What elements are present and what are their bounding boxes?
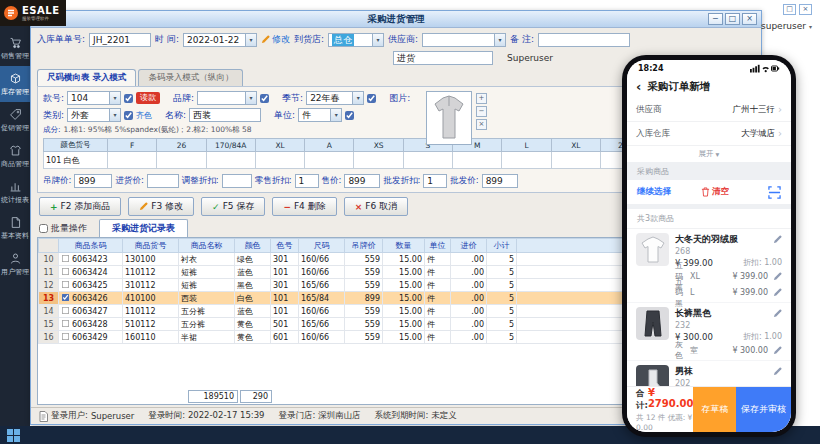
- order-no-input[interactable]: JH_2201: [89, 33, 151, 47]
- col-header-colorcode[interactable]: 色号: [271, 239, 299, 253]
- tab-purchase-records[interactable]: 采购进货记录表: [99, 219, 188, 237]
- edit-icon[interactable]: [773, 272, 782, 281]
- edit-icon[interactable]: [773, 309, 782, 318]
- order-type-input[interactable]: 进货: [393, 51, 493, 65]
- titlebar[interactable]: 采购进货管理 ─ □ ×: [31, 11, 761, 28]
- back-icon[interactable]: ‹: [636, 80, 641, 94]
- tab-size-matrix-mode[interactable]: 尺码横向表 录入模式: [37, 69, 136, 86]
- name-input[interactable]: 西装: [189, 108, 261, 122]
- supplier-select[interactable]: ▾: [422, 33, 506, 47]
- matrix-cell[interactable]: [157, 152, 206, 169]
- category-select[interactable]: 外套▾: [67, 108, 121, 122]
- col-header-color[interactable]: 颜色: [235, 239, 271, 253]
- read-style-button[interactable]: 读款: [136, 92, 160, 104]
- maximize-icon[interactable]: □: [725, 13, 740, 25]
- batch-operation-toggle[interactable]: 批量操作: [39, 222, 87, 237]
- save-button[interactable]: ✓F5 保存: [201, 197, 265, 216]
- season-select[interactable]: 22年春▾: [306, 91, 364, 105]
- add-image-icon[interactable]: +: [476, 93, 487, 104]
- store-select[interactable]: 总仓▾: [328, 33, 384, 47]
- date-input[interactable]: 2022-01-22▾: [183, 33, 257, 47]
- col-header-name[interactable]: 商品名称: [179, 239, 235, 253]
- clear-image-icon[interactable]: ×: [476, 119, 487, 130]
- tab-barcode-mode[interactable]: 条码录入模式（纵向）: [138, 69, 243, 86]
- col-header-price[interactable]: 进价: [451, 239, 487, 253]
- matrix-cell[interactable]: [255, 152, 304, 169]
- brand-checkbox[interactable]: [260, 94, 269, 103]
- full-color-link[interactable]: 齐色: [136, 110, 152, 121]
- sidebar-item-inventory[interactable]: 库存管理: [0, 66, 30, 102]
- variant-row[interactable]: 五码黑 XL ¥ 399.00: [636, 268, 782, 284]
- matrix-cell[interactable]: [453, 152, 502, 169]
- season-checkbox[interactable]: [367, 94, 376, 103]
- save-and-audit-button[interactable]: 保存并审核: [736, 387, 791, 432]
- brand-select[interactable]: ▾: [197, 91, 257, 105]
- edit-icon[interactable]: [773, 346, 782, 355]
- delete-button[interactable]: −F4 删除: [272, 197, 336, 216]
- style-checkbox[interactable]: [124, 94, 133, 103]
- category-checkbox[interactable]: [124, 111, 133, 120]
- tag-price-input[interactable]: 899: [74, 174, 112, 188]
- remove-image-icon[interactable]: −: [476, 106, 487, 117]
- close-icon[interactable]: ×: [742, 13, 757, 25]
- sidebar-item-users[interactable]: 用户管理: [0, 246, 30, 282]
- warehouse-field[interactable]: 入库仓库 大学城店 ›: [627, 122, 791, 146]
- batch-checkbox[interactable]: [39, 224, 48, 233]
- wholesale-discount-input[interactable]: 1: [423, 174, 447, 188]
- matrix-cell[interactable]: [354, 152, 403, 169]
- matrix-cell[interactable]: [108, 152, 157, 169]
- matrix-cell[interactable]: [206, 152, 255, 169]
- cancel-button[interactable]: ×F6 取消: [344, 197, 408, 216]
- col-header-tagprice[interactable]: 吊牌价: [345, 239, 383, 253]
- matrix-cell[interactable]: [403, 152, 452, 169]
- modify-button[interactable]: 修改: [261, 33, 290, 46]
- windows-start-icon[interactable]: [7, 429, 20, 442]
- add-item-button[interactable]: +F2 添加商品: [39, 197, 121, 216]
- col-header-size[interactable]: 尺码: [299, 239, 345, 253]
- unit-checkbox[interactable]: [345, 111, 354, 120]
- continue-select-button[interactable]: 继续选择: [637, 186, 671, 198]
- edit-item-button[interactable]: F3 修改: [128, 197, 194, 216]
- remark-input[interactable]: [538, 33, 630, 47]
- col-header-unit[interactable]: 单位: [425, 239, 451, 253]
- sidebar-item-promotion[interactable]: 促销管理: [0, 102, 30, 138]
- col-header-barcode[interactable]: 商品条码: [59, 239, 123, 253]
- row-checkbox[interactable]: [62, 255, 70, 263]
- user-menu[interactable]: superuser ▾: [761, 21, 812, 31]
- retail-discount-input[interactable]: 1: [295, 174, 319, 188]
- col-header-subtotal[interactable]: 小计: [487, 239, 517, 253]
- sidebar-item-statistics[interactable]: 统计报表: [0, 174, 30, 210]
- variant-row[interactable]: 五码黑 L ¥ 399.00: [636, 284, 782, 300]
- clear-button[interactable]: 清空: [701, 186, 729, 198]
- buy-price-input[interactable]: [147, 174, 179, 188]
- edit-icon[interactable]: [773, 288, 782, 297]
- wholesale-price-input[interactable]: 899: [482, 174, 518, 188]
- row-checkbox[interactable]: [62, 294, 70, 302]
- list-item[interactable]: 长裤黑色 232 ¥ 300.00折扣: 1.00 灰色 室 ¥ 300.00: [627, 303, 791, 361]
- matrix-cell[interactable]: [305, 152, 354, 169]
- col-header-qty[interactable]: 数量: [383, 239, 425, 253]
- retail-price-input[interactable]: 899: [344, 174, 380, 188]
- save-draft-button[interactable]: 存草稿: [693, 387, 736, 432]
- supplier-field[interactable]: 供应商 广州十三行 ›: [627, 98, 791, 122]
- unit-select[interactable]: 件▾: [298, 108, 342, 122]
- matrix-cell[interactable]: [551, 152, 600, 169]
- row-checkbox[interactable]: [62, 320, 70, 328]
- style-select[interactable]: 104▾: [67, 91, 121, 105]
- product-image[interactable]: [426, 91, 472, 145]
- row-checkbox[interactable]: [62, 307, 70, 315]
- edit-icon[interactable]: [773, 235, 782, 244]
- window-restore-icon[interactable]: □: [783, 4, 796, 15]
- scan-icon[interactable]: [768, 186, 781, 199]
- adjust-discount-input[interactable]: [222, 174, 252, 188]
- sidebar-item-basic[interactable]: 基本资料: [0, 210, 30, 246]
- matrix-cell[interactable]: [502, 152, 551, 169]
- list-item[interactable]: 大冬天的羽绒服 268 ¥ 399.00折扣: 1.00 五码黑 XL ¥ 39…: [627, 229, 791, 303]
- col-header-style[interactable]: 商品货号: [123, 239, 179, 253]
- row-checkbox[interactable]: [62, 333, 70, 341]
- row-checkbox[interactable]: [62, 268, 70, 276]
- variant-row[interactable]: 灰色 室 ¥ 300.00: [636, 342, 782, 358]
- edit-icon[interactable]: [773, 367, 782, 376]
- close-icon[interactable]: ×: [799, 4, 812, 15]
- list-item[interactable]: 男袜 202: [627, 361, 791, 386]
